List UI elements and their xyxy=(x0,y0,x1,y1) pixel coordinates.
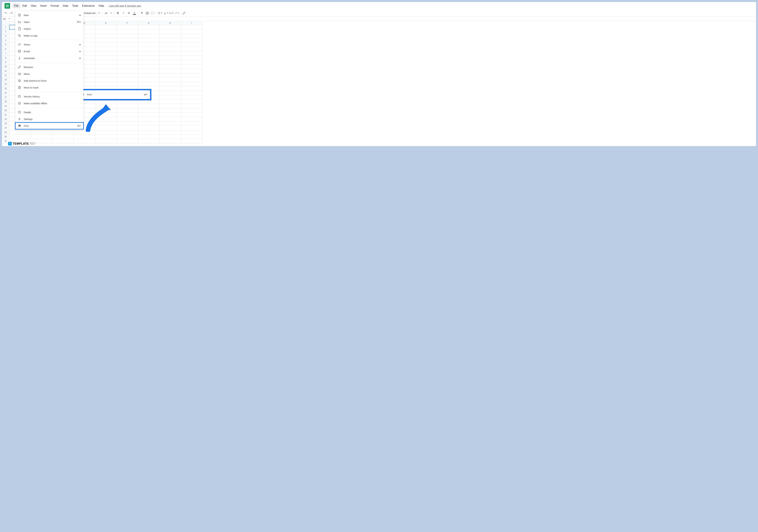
column-header[interactable]: F xyxy=(117,21,138,25)
cell[interactable] xyxy=(138,121,159,126)
cell[interactable] xyxy=(181,47,202,51)
cell[interactable] xyxy=(138,126,159,130)
cell[interactable] xyxy=(95,82,117,86)
row-header[interactable]: 16 xyxy=(2,91,10,95)
bold-button[interactable]: B xyxy=(115,11,121,16)
file-menu-download[interactable]: Download▶ xyxy=(15,55,84,61)
cell[interactable] xyxy=(181,121,202,126)
cell[interactable] xyxy=(117,29,138,34)
cell[interactable] xyxy=(138,104,159,108)
column-header[interactable]: E xyxy=(95,21,117,25)
cell[interactable] xyxy=(117,25,138,29)
cell[interactable] xyxy=(181,34,202,38)
cell[interactable] xyxy=(138,108,159,113)
cell[interactable] xyxy=(159,51,181,56)
select-all-corner[interactable] xyxy=(2,21,10,25)
cell[interactable] xyxy=(95,139,117,143)
cell[interactable] xyxy=(138,56,159,60)
last-edit-link[interactable]: Last edit was 4 minutes ago xyxy=(109,4,141,7)
cell[interactable] xyxy=(181,130,202,135)
cell[interactable] xyxy=(159,130,181,135)
cell[interactable] xyxy=(181,113,202,117)
cell[interactable] xyxy=(138,135,159,139)
row-header[interactable]: 8 xyxy=(2,56,10,60)
file-menu-move-to-trash[interactable]: Move to trash xyxy=(15,84,84,91)
cell[interactable] xyxy=(138,78,159,82)
row-header[interactable]: 5 xyxy=(2,43,10,47)
file-menu-make-a-copy[interactable]: Make a copy xyxy=(15,32,84,39)
cell[interactable] xyxy=(159,38,181,43)
cell[interactable] xyxy=(159,56,181,60)
cell[interactable] xyxy=(159,91,181,95)
cell[interactable] xyxy=(95,56,117,60)
cell[interactable] xyxy=(95,34,117,38)
file-menu-print[interactable]: Print⌘P xyxy=(15,122,84,129)
cell[interactable] xyxy=(52,130,74,135)
cell[interactable] xyxy=(181,139,202,143)
row-header[interactable]: 17 xyxy=(2,95,10,100)
cell[interactable] xyxy=(181,104,202,108)
cell[interactable] xyxy=(138,113,159,117)
cell[interactable] xyxy=(181,100,202,104)
menu-help[interactable]: Help xyxy=(97,3,106,8)
cell[interactable] xyxy=(159,43,181,47)
cell[interactable] xyxy=(181,73,202,78)
cell[interactable] xyxy=(117,43,138,47)
cell[interactable] xyxy=(159,34,181,38)
strikethrough-button[interactable]: S xyxy=(126,11,131,16)
cell[interactable] xyxy=(117,121,138,126)
cell[interactable] xyxy=(138,38,159,43)
row-header[interactable]: 6 xyxy=(2,47,10,51)
cell[interactable] xyxy=(117,51,138,56)
cell[interactable] xyxy=(138,64,159,69)
redo-button[interactable] xyxy=(9,11,14,16)
insert-link-button[interactable] xyxy=(181,11,187,16)
cell[interactable] xyxy=(159,73,181,78)
row-header[interactable]: 15 xyxy=(2,86,10,91)
cell[interactable] xyxy=(52,139,74,143)
fill-color-button[interactable] xyxy=(139,11,144,16)
cell[interactable] xyxy=(117,117,138,121)
text-color-button[interactable]: A xyxy=(132,11,137,16)
borders-button[interactable] xyxy=(145,11,150,16)
row-header[interactable]: 3 xyxy=(2,34,10,38)
cell[interactable] xyxy=(117,135,138,139)
row-header[interactable]: 1 xyxy=(2,25,10,29)
row-header[interactable]: 9 xyxy=(2,60,10,64)
horizontal-align-button[interactable] xyxy=(157,11,163,16)
menu-extensions[interactable]: Extensions xyxy=(80,3,97,8)
cell[interactable] xyxy=(10,135,31,139)
menu-tools[interactable]: Tools xyxy=(70,3,80,8)
italic-button[interactable]: I xyxy=(121,11,126,16)
menu-format[interactable]: Format xyxy=(49,3,61,8)
file-menu-share[interactable]: Share▶ xyxy=(15,41,84,48)
cell[interactable] xyxy=(181,51,202,56)
cell[interactable] xyxy=(117,56,138,60)
row-header[interactable]: 20 xyxy=(2,108,10,113)
cell[interactable] xyxy=(117,73,138,78)
cell[interactable] xyxy=(159,135,181,139)
cell[interactable] xyxy=(159,95,181,100)
file-menu-add-shortcut-to-drive[interactable]: Add shortcut to Drive xyxy=(15,77,84,84)
cell[interactable] xyxy=(181,78,202,82)
file-menu-move[interactable]: Move xyxy=(15,70,84,77)
undo-button[interactable] xyxy=(3,11,9,16)
row-header[interactable]: 22 xyxy=(2,117,10,121)
row-header[interactable]: 23 xyxy=(2,121,10,126)
text-wrap-button[interactable] xyxy=(169,11,174,16)
row-header[interactable]: 26 xyxy=(2,135,10,139)
sheet-grid[interactable]: ABCDEFGHI 123456789101112131415161718192… xyxy=(2,21,756,143)
cell[interactable] xyxy=(181,135,202,139)
cell[interactable] xyxy=(159,86,181,91)
cell[interactable] xyxy=(181,82,202,86)
menu-edit[interactable]: Edit xyxy=(20,3,29,8)
cell[interactable] xyxy=(95,51,117,56)
file-menu-new[interactable]: New▶ xyxy=(15,12,84,18)
cell[interactable] xyxy=(117,78,138,82)
cell[interactable] xyxy=(138,117,159,121)
font-select[interactable]: Default (Ari… xyxy=(83,11,101,16)
cell[interactable] xyxy=(95,25,117,29)
callout-print-item[interactable]: Print ⌘P xyxy=(79,90,150,99)
cell[interactable] xyxy=(95,38,117,43)
file-menu-settings[interactable]: Settings xyxy=(15,116,84,122)
